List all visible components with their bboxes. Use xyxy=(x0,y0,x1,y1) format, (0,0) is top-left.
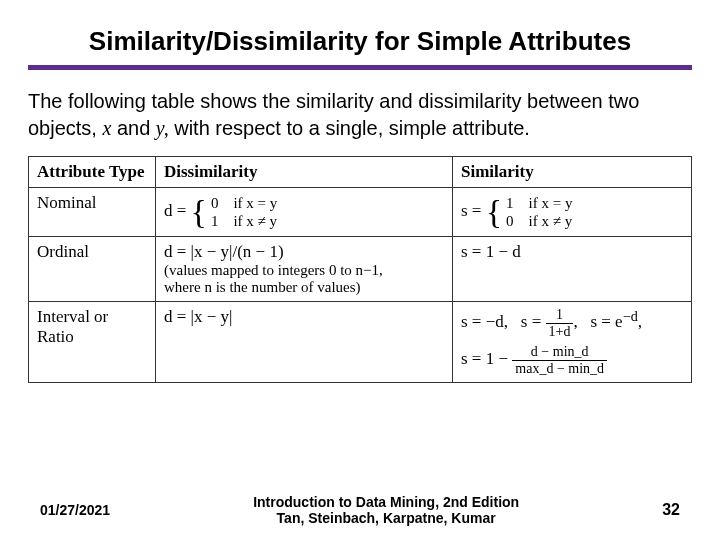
frac2-num: d − min_d xyxy=(512,344,607,361)
ordinal-sim: s = 1 − d xyxy=(453,237,692,302)
title-underline xyxy=(28,65,692,70)
row-nominal: Nominal d = {0 if x = y1 if x ≠ y s = {1… xyxy=(29,188,692,237)
var-y: y, xyxy=(156,117,169,139)
ordinal-note1: (values mapped to integers 0 to n−1, xyxy=(164,262,444,279)
slide-title: Similarity/Dissimilarity for Simple Attr… xyxy=(28,26,692,57)
row-interval: Interval or Ratio d = |x − y| s = −d, s … xyxy=(29,302,692,383)
slide-footer: 01/27/2021 Introduction to Data Mining, … xyxy=(0,494,720,526)
intro-paragraph: The following table shows the similarity… xyxy=(28,88,692,142)
label-interval: Interval or Ratio xyxy=(29,302,156,383)
col-dissimilarity: Dissimilarity xyxy=(156,157,453,188)
footer-date: 01/27/2021 xyxy=(40,502,110,518)
label-ordinal: Ordinal xyxy=(29,237,156,302)
s-part1: s = −d, s = xyxy=(461,312,546,331)
row-ordinal: Ordinal d = |x − y|/(n − 1) (values mapp… xyxy=(29,237,692,302)
d-eq: d = xyxy=(164,201,191,220)
s-case1: 1 if x = y xyxy=(506,194,572,212)
interval-sim: s = −d, s = 11+d, s = e−d, s = 1 − d − m… xyxy=(453,302,692,383)
intro-post: with respect to a single, simple attribu… xyxy=(169,117,530,139)
footer-page-number: 32 xyxy=(662,501,680,519)
frac-den: 1+d xyxy=(546,324,574,340)
s-eq: s = xyxy=(461,201,486,220)
footer-book-title: Introduction to Data Mining, 2nd Edition xyxy=(110,494,662,510)
label-nominal: Nominal xyxy=(29,188,156,237)
d-case1: 0 if x = y xyxy=(211,194,277,212)
ordinal-note2: where n is the number of values) xyxy=(164,279,444,296)
d-case2: 1 if x ≠ y xyxy=(211,212,277,230)
s-part2a: s = 1 − xyxy=(461,349,512,368)
col-similarity: Similarity xyxy=(453,157,692,188)
intro-mid: and xyxy=(111,117,155,139)
ordinal-d-main: d = |x − y|/(n − 1) xyxy=(164,242,444,262)
brace-icon: { xyxy=(486,193,502,231)
table-header-row: Attribute Type Dissimilarity Similarity xyxy=(29,157,692,188)
s-part1b: , s = e xyxy=(573,312,622,331)
interval-dissim: d = |x − y| xyxy=(156,302,453,383)
ordinal-dissim: d = |x − y|/(n − 1) (values mapped to in… xyxy=(156,237,453,302)
exp: −d xyxy=(623,308,638,324)
nominal-dissim: d = {0 if x = y1 if x ≠ y xyxy=(156,188,453,237)
frac2-den: max_d − min_d xyxy=(512,361,607,377)
col-attr-type: Attribute Type xyxy=(29,157,156,188)
footer-authors: Tan, Steinbach, Karpatne, Kumar xyxy=(110,510,662,526)
frac-num: 1 xyxy=(546,307,574,324)
brace-icon: { xyxy=(191,193,207,231)
s-part1c: , xyxy=(638,312,642,331)
similarity-table: Attribute Type Dissimilarity Similarity … xyxy=(28,156,692,383)
s-case2: 0 if x ≠ y xyxy=(506,212,572,230)
nominal-sim: s = {1 if x = y0 if x ≠ y xyxy=(453,188,692,237)
